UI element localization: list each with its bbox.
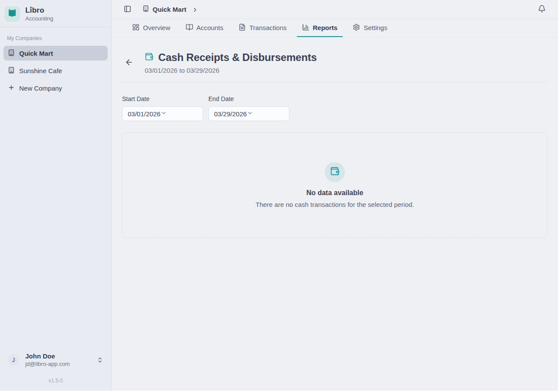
tab-label: Reports bbox=[313, 24, 338, 31]
start-date-value: 03/01/2026 bbox=[128, 110, 160, 118]
company-nav: My Companies Quick Mart Sunshine Cafe Ne… bbox=[0, 27, 111, 102]
tab-label: Accounts bbox=[197, 24, 224, 31]
header-divider bbox=[122, 82, 548, 82]
app-name: Libro bbox=[25, 6, 53, 15]
building-icon bbox=[8, 49, 15, 57]
brand-block: Libro Accounting bbox=[25, 6, 53, 22]
wallet-icon bbox=[330, 166, 340, 178]
tab-accounts[interactable]: Accounts bbox=[180, 19, 229, 37]
tab-transactions[interactable]: Transactions bbox=[233, 19, 292, 37]
end-date-value: 03/29/2026 bbox=[214, 110, 247, 118]
report-content: Cash Receipts & Disbursements 03/01/2026… bbox=[112, 37, 558, 238]
notifications-button[interactable] bbox=[536, 3, 548, 16]
chevrons-up-down-icon bbox=[97, 357, 103, 363]
book-open-icon bbox=[186, 24, 193, 32]
user-email: jd@libro-app.com bbox=[25, 361, 70, 367]
tab-label: Transactions bbox=[249, 24, 286, 31]
building-icon bbox=[8, 67, 15, 75]
start-date-select[interactable]: 03/01/2026 bbox=[122, 106, 203, 121]
back-button[interactable] bbox=[122, 55, 136, 71]
user-menu-button[interactable]: J John Doe jd@libro-app.com bbox=[6, 348, 105, 372]
arrow-left-icon bbox=[125, 58, 133, 68]
report-header: Cash Receipts & Disbursements 03/01/2026… bbox=[122, 51, 548, 74]
tab-overview[interactable]: Overview bbox=[127, 19, 176, 37]
layout-grid-icon bbox=[132, 24, 140, 32]
company-label: Quick Mart bbox=[19, 50, 53, 57]
panel-left-icon bbox=[124, 5, 131, 14]
start-date-field: Start Date 03/01/2026 bbox=[122, 95, 203, 121]
empty-state-title: No data available bbox=[306, 189, 364, 197]
tab-reports[interactable]: Reports bbox=[297, 19, 343, 37]
tab-label: Settings bbox=[364, 24, 387, 31]
sidebar-toggle-button[interactable] bbox=[122, 3, 133, 16]
report-date-range: 03/01/2026 to 03/29/2026 bbox=[145, 67, 317, 74]
tab-label: Overview bbox=[143, 24, 170, 31]
book-logo-icon bbox=[7, 8, 17, 20]
new-company-label: New Company bbox=[19, 84, 62, 92]
user-name: John Doe bbox=[25, 352, 70, 360]
app-logo bbox=[4, 6, 20, 22]
page-title: Cash Receipts & Disbursements bbox=[158, 51, 317, 64]
new-company-button[interactable]: New Company bbox=[3, 81, 108, 95]
breadcrumb-company: Quick Mart bbox=[153, 6, 187, 13]
user-info: John Doe jd@libro-app.com bbox=[25, 352, 70, 367]
chevron-down-icon bbox=[160, 110, 167, 118]
wallet-icon bbox=[145, 52, 153, 63]
tab-settings[interactable]: Settings bbox=[347, 19, 392, 37]
bar-chart-icon bbox=[302, 24, 310, 32]
empty-state-icon-circle bbox=[325, 162, 345, 182]
sidebar-footer: J John Doe jd@libro-app.com v1.5.0 bbox=[0, 344, 111, 391]
tabbar: Overview Accounts Transactions Reports bbox=[112, 19, 558, 37]
avatar: J bbox=[8, 354, 19, 365]
breadcrumb[interactable]: Quick Mart bbox=[143, 5, 198, 14]
report-title-block: Cash Receipts & Disbursements 03/01/2026… bbox=[145, 51, 317, 74]
main-area: Quick Mart Overview bbox=[112, 0, 558, 391]
gear-icon bbox=[353, 24, 360, 32]
sidebar-item-sunshine-cafe[interactable]: Sunshine Cafe bbox=[3, 63, 108, 78]
date-filters: Start Date 03/01/2026 End Date 03/29/202… bbox=[122, 95, 548, 121]
company-label: Sunshine Cafe bbox=[19, 67, 62, 74]
brand-accent-dot bbox=[30, 7, 32, 8]
sidebar-item-quick-mart[interactable]: Quick Mart bbox=[3, 46, 108, 61]
app-tagline: Accounting bbox=[25, 15, 53, 22]
end-date-select[interactable]: 03/29/2026 bbox=[208, 106, 289, 121]
sidebar: Libro Accounting My Companies Quick Mart… bbox=[0, 0, 112, 391]
report-title-row: Cash Receipts & Disbursements bbox=[145, 51, 317, 64]
bell-icon bbox=[538, 5, 546, 14]
chevron-right-icon bbox=[192, 7, 198, 13]
app-window: Libro Accounting My Companies Quick Mart… bbox=[0, 0, 558, 391]
file-text-icon bbox=[238, 24, 246, 32]
end-date-label: End Date bbox=[208, 95, 289, 102]
chevron-down-icon bbox=[247, 110, 253, 118]
empty-state: No data available There are no cash tran… bbox=[122, 132, 548, 238]
building-icon bbox=[143, 5, 149, 14]
topbar: Quick Mart bbox=[112, 0, 558, 19]
start-date-label: Start Date bbox=[122, 95, 203, 102]
end-date-field: End Date 03/29/2026 bbox=[208, 95, 289, 121]
plus-icon bbox=[8, 84, 15, 92]
empty-state-message: There are no cash transactions for the s… bbox=[255, 201, 414, 208]
app-logo-row: Libro Accounting bbox=[0, 0, 111, 27]
section-label-my-companies: My Companies bbox=[3, 32, 108, 46]
app-version: v1.5.0 bbox=[6, 372, 105, 385]
